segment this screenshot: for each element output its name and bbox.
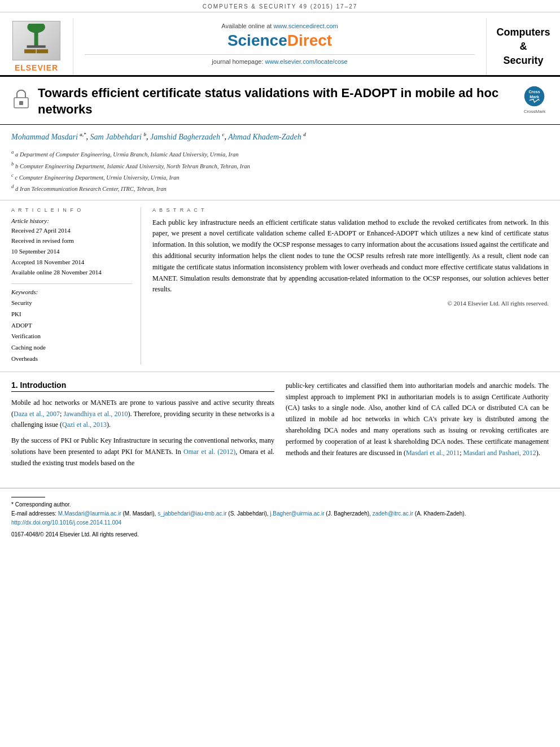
crossmark-label: CrossMark [524,109,546,114]
body-right-column: public-key certificates and classified t… [286,381,549,474]
keyword-caching-node: Caching node [11,342,132,353]
ref-jawandhiya[interactable]: Jawandhiya et al., 2010 [64,410,128,418]
article-info-column: A R T I C L E I N F O Article history: R… [11,207,141,365]
revised-label: Received in revised form [11,235,132,246]
journal-citation: COMPUTERS & SECURITY 49 (2015) 17–27 [203,3,358,10]
article-history-label: Article history: [11,217,132,224]
author-jabbehdari[interactable]: Sam Jabbehdari [90,133,142,141]
abstract-text: Each public key infrastructure needs an … [152,217,549,296]
article-info-abstract-section: A R T I C L E I N F O Article history: R… [0,200,560,372]
received-date: Received 27 April 2014 [11,225,132,236]
keywords-section: Keywords: Security PKI ADOPT Verificatio… [11,283,132,365]
email-masdari[interactable]: M.Masdari@Iaurmia.ac.ir [58,510,121,517]
body-left-column: 1. Introduction Mobile ad hoc networks o… [11,381,274,474]
keyword-overheads: Overheads [11,353,132,365]
available-date: Available online 28 November 2014 [11,267,132,278]
svg-text:Cross: Cross [528,90,540,94]
doi-line: http://dx.doi.org/10.1016/j.cose.2014.11… [11,518,549,527]
introduction-title: 1. Introduction [11,381,274,392]
author-bagherzadeh[interactable]: Jamshid Bagherzadeh [150,133,220,141]
sciencedirect-url[interactable]: www.sciencedirect.com [273,23,338,29]
issn-copyright: 0167-4048/© 2014 Elsevier Ltd. All right… [11,530,549,539]
keyword-verification: Verification [11,331,132,342]
header-center: Available online at www.sciencedirect.co… [73,18,487,75]
article-title-section: Towards efficient certificate status val… [0,77,560,125]
abstract-column: A B S T R A C T Each public key infrastr… [152,207,549,365]
svg-rect-2 [27,45,45,47]
keyword-security: Security [11,298,132,309]
journal-homepage-url[interactable]: www.elsevier.com/locate/cose [265,58,348,65]
abstract-header: A B S T R A C T [152,207,549,213]
crossmark-logo-svg: Cross Mark [523,85,546,108]
affiliation-a: a a Department of Computer Engineering, … [11,148,549,159]
elsevier-brand-text: ELSEVIER [15,63,58,72]
keyword-adopt: ADOPT [11,320,132,331]
article-dates: Received 27 April 2014 Received in revis… [11,225,132,278]
intro-paragraph-2: By the success of PKI or Public Key Infr… [11,435,274,469]
journal-name-sidebar: Computers & Security [487,18,560,75]
intro-paragraph-1: Mobile ad hoc networks or MANETs are pro… [11,397,274,431]
introduction-body: Mobile ad hoc networks or MANETs are pro… [11,397,274,469]
intro-right-paragraph: public-key certificates and classified t… [286,381,549,459]
authors-section: Mohammad Masdari a,*, Sam Jabbehdari b, … [0,125,560,200]
revised-date: 10 September 2014 [11,246,132,257]
email-bagherzadeh[interactable]: j.Bagher@uirmia.ac.ir [270,510,324,517]
email-khademzadeh[interactable]: zadeh@itrc.ac.ir [373,510,413,517]
open-access-icon [11,88,31,112]
sciencedirect-logo: ScienceDirect [85,32,475,50]
journal-header: ELSEVIER Available online at www.science… [0,12,560,77]
email-addresses: E-mail addresses: M.Masdari@Iaurmia.ac.i… [11,509,549,518]
svg-rect-6 [19,101,23,105]
article-info-header: A R T I C L E I N F O [11,207,132,213]
elsevier-logo-box [12,21,60,60]
corresponding-author-note: * Corresponding author. [11,500,549,509]
footnotes-section: * Corresponding author. E-mail addresses… [0,488,560,545]
affiliation-b: b b Computer Engineering Department, Isl… [11,160,549,171]
svg-text:Mark: Mark [530,95,539,99]
keywords-label: Keywords: [11,289,132,295]
elsevier-logo-svg [17,24,56,58]
article-title: Towards efficient certificate status val… [38,85,515,117]
available-online-text: Available online at www.sciencedirect.co… [85,23,475,29]
ref-masdari2011[interactable]: Masdari et al., 2011 [406,449,460,457]
crossmark-badge: Cross Mark CrossMark [520,85,549,114]
journal-header-bar: COMPUTERS & SECURITY 49 (2015) 17–27 [0,0,560,12]
ref-masdari2012[interactable]: Masdari and Pashaei, 2012 [463,449,536,457]
body-section: 1. Introduction Mobile ad hoc networks o… [0,372,560,482]
email-jabbehdari[interactable]: s_jabbehdari@iau-tmb.ac.ir [158,510,226,517]
footnote-divider [11,497,45,497]
journal-homepage-line: journal homepage: www.elsevier.com/locat… [85,54,475,65]
authors-line: Mohammad Masdari a,*, Sam Jabbehdari b, … [11,130,549,143]
ref-qazi[interactable]: Qazi et al., 2013 [62,421,107,429]
doi-link[interactable]: http://dx.doi.org/10.1016/j.cose.2014.11… [11,519,121,526]
author-khadem-zadeh[interactable]: Ahmad Khadem-Zadeh [228,133,301,141]
affiliation-d: d d Iran Telecommunication Research Cent… [11,182,549,194]
keyword-pki: PKI [11,309,132,320]
author-masdari[interactable]: Mohammad Masdari [11,133,78,141]
elsevier-logo-section: ELSEVIER [0,18,73,75]
accepted-date: Accepted 18 November 2014 [11,257,132,268]
affiliations: a a Department of Computer Engineering, … [11,148,549,194]
intro-right-text: public-key certificates and classified t… [286,381,549,459]
ref-daza[interactable]: Daza et al., 2007 [14,410,60,418]
abstract-copyright: © 2014 Elsevier Ltd. All rights reserved… [152,300,549,307]
affiliation-c: c c Computer Engineering Department, Urm… [11,171,549,182]
svg-point-1 [27,24,45,33]
ref-omar[interactable]: Omar et al. (2012) [183,448,235,456]
